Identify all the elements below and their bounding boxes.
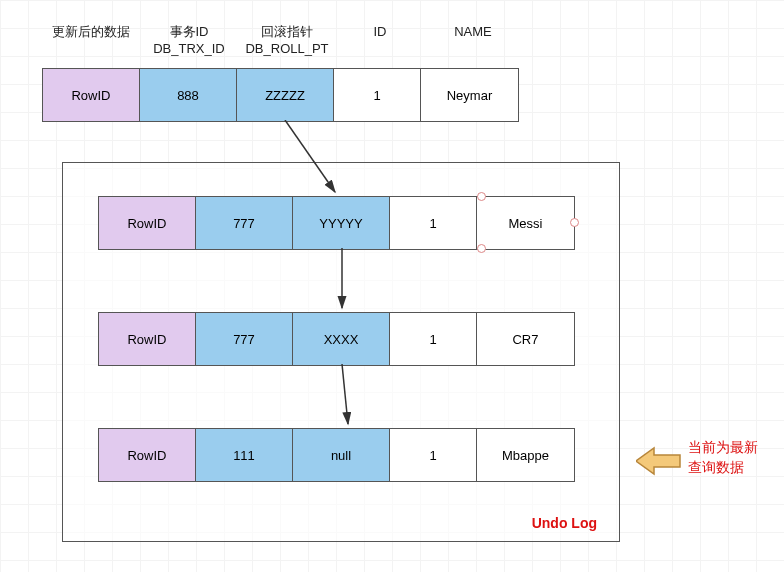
column-headers: 更新后的数据 事务ID DB_TRX_ID 回滚指针 DB_ROLL_PT ID… xyxy=(42,24,522,58)
cell-trx: 777 xyxy=(196,313,293,365)
header-rollpt: 回滚指针 DB_ROLL_PT xyxy=(238,24,336,58)
header-id: ID xyxy=(336,24,424,58)
cell-ptr: YYYYY xyxy=(293,197,390,249)
cell-ptr: XXXX xyxy=(293,313,390,365)
header-trxid: 事务ID DB_TRX_ID xyxy=(140,24,238,58)
cell-id: 1 xyxy=(390,429,477,481)
pointer-arrow-icon xyxy=(636,446,682,476)
cell-rowid: RowID xyxy=(99,313,196,365)
undo-row-2: RowID 777 XXXX 1 CR7 xyxy=(98,312,575,366)
undo-row-3: RowID 111 null 1 Mbappe xyxy=(98,428,575,482)
svg-line-2 xyxy=(342,364,348,424)
cell-ptr: null xyxy=(293,429,390,481)
cell-trx: 111 xyxy=(196,429,293,481)
cell-name: CR7 xyxy=(477,313,574,365)
arrow-0-to-1 xyxy=(280,120,350,198)
cell-name: Mbappe xyxy=(477,429,574,481)
cell-trx: 777 xyxy=(196,197,293,249)
cell-rowid: RowID xyxy=(99,429,196,481)
cell-trx: 888 xyxy=(140,69,237,121)
arrow-1-to-2 xyxy=(328,248,358,314)
arrow-2-to-3 xyxy=(324,364,364,430)
cell-name: Messi xyxy=(477,197,574,249)
cell-ptr: ZZZZZ xyxy=(237,69,334,121)
cell-id: 1 xyxy=(334,69,421,121)
selection-handle xyxy=(477,192,486,201)
undo-log-label: Undo Log xyxy=(532,515,597,531)
undo-row-1: RowID 777 YYYYY 1 Messi xyxy=(98,196,575,250)
cell-id: 1 xyxy=(390,197,477,249)
header-updated: 更新后的数据 xyxy=(42,24,140,58)
cell-rowid: RowID xyxy=(43,69,140,121)
cell-name: Neymar xyxy=(421,69,518,121)
selection-handle xyxy=(477,244,486,253)
svg-line-0 xyxy=(285,120,335,192)
note-text: 当前为最新 查询数据 xyxy=(688,438,758,477)
selection-handle xyxy=(570,218,579,227)
header-name: NAME xyxy=(424,24,522,58)
current-row: RowID 888 ZZZZZ 1 Neymar xyxy=(42,68,519,122)
cell-rowid: RowID xyxy=(99,197,196,249)
cell-id: 1 xyxy=(390,313,477,365)
